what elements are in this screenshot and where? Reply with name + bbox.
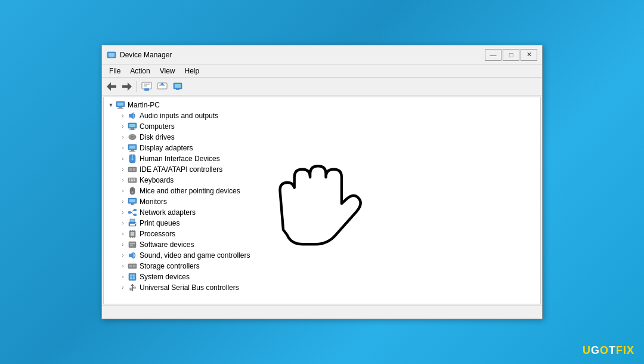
svg-rect-35: [129, 168, 132, 171]
print-icon: [128, 218, 137, 228]
svg-rect-36: [133, 168, 135, 171]
svg-rect-41: [134, 178, 135, 180]
svg-rect-70: [130, 243, 135, 244]
tree-item-software[interactable]: › Software devices: [116, 239, 540, 250]
svg-rect-8: [144, 88, 149, 91]
svg-rect-71: [130, 245, 133, 246]
menu-view[interactable]: View: [155, 66, 180, 76]
computers-icon: [128, 122, 137, 131]
forward-button[interactable]: [120, 79, 134, 94]
svg-line-56: [131, 212, 134, 215]
tree-item-sound[interactable]: › Sound, video and game controllers: [116, 250, 540, 261]
ide-label: IDE ATA/ATAPI controllers: [140, 165, 222, 174]
update-driver-button[interactable]: [155, 79, 169, 94]
minimize-button[interactable]: —: [485, 49, 501, 61]
tree-item-keyboards[interactable]: › Keyboards: [116, 175, 540, 186]
svg-rect-1: [109, 53, 114, 57]
expand-arrow-root: ▼: [106, 100, 116, 110]
tree-item-computers[interactable]: › Computers: [116, 121, 540, 132]
toolbar: [102, 78, 542, 95]
tree-item-usb[interactable]: › Universal Serial Bus controllers: [116, 282, 540, 293]
device-tree: ▼ Martin-PC ›: [104, 100, 540, 293]
usb-label: Universal Serial Bus controllers: [140, 283, 239, 292]
tree-item-proc[interactable]: › Processors: [116, 229, 540, 239]
print-label: Print queues: [140, 219, 179, 227]
svg-rect-60: [135, 223, 136, 224]
svg-rect-54: [134, 214, 137, 216]
keyboards-label: Keyboards: [140, 176, 174, 184]
scan-button[interactable]: [171, 79, 185, 94]
tree-item-system[interactable]: › System devices: [116, 272, 540, 282]
expand-arrow-proc: ›: [118, 229, 128, 239]
tree-item-hid[interactable]: › Human Interface Devices: [116, 153, 540, 164]
audio-icon: [128, 111, 137, 121]
svg-rect-28: [129, 146, 135, 149]
tree-root-item[interactable]: ▼ Martin-PC: [104, 100, 540, 110]
tree-item-monitors[interactable]: › Monitors: [116, 196, 540, 207]
svg-rect-21: [129, 124, 135, 127]
tree-item-audio[interactable]: › Audio inputs and outputs: [116, 110, 540, 121]
svg-rect-74: [129, 265, 132, 267]
mice-icon: [128, 186, 137, 196]
hid-label: Human Interface Devices: [140, 155, 220, 163]
svg-rect-44: [134, 180, 135, 181]
tree-item-ide[interactable]: › IDE ATA/ATAPI controllers: [116, 164, 540, 175]
network-icon: [128, 208, 137, 217]
svg-rect-14: [176, 89, 179, 90]
storage-label: Storage controllers: [140, 262, 200, 270]
audio-label: Audio inputs and outputs: [140, 112, 218, 120]
tree-item-storage[interactable]: › Storage controllers: [116, 261, 540, 272]
root-label: Martin-PC: [128, 101, 160, 109]
svg-rect-50: [131, 203, 134, 205]
svg-rect-29: [131, 150, 134, 151]
tree-item-disk[interactable]: › Disk drives: [116, 132, 540, 143]
expand-arrow-display: ›: [118, 143, 128, 153]
svg-rect-19: [129, 114, 131, 118]
svg-rect-59: [130, 224, 135, 226]
svg-rect-52: [128, 211, 131, 214]
tree-item-display[interactable]: › Display adapters: [116, 143, 540, 153]
expand-arrow-computers: ›: [118, 122, 128, 131]
expand-arrow-disk: ›: [118, 132, 128, 142]
properties-button[interactable]: [140, 79, 154, 94]
back-button[interactable]: [104, 79, 119, 94]
expand-arrow-sound: ›: [118, 251, 128, 260]
status-bar: [102, 306, 542, 319]
proc-label: Processors: [140, 230, 175, 238]
svg-rect-17: [119, 107, 122, 108]
svg-rect-62: [131, 232, 134, 236]
disk-icon: [128, 132, 137, 142]
expand-arrow-software: ›: [118, 240, 128, 249]
menu-file[interactable]: File: [104, 66, 125, 76]
disk-label: Disk drives: [140, 133, 175, 141]
svg-marker-3: [107, 82, 116, 91]
close-button[interactable]: ✕: [521, 49, 537, 61]
system-icon: [128, 272, 137, 282]
svg-rect-58: [130, 219, 135, 222]
display-label: Display adapters: [140, 144, 193, 152]
svg-rect-83: [134, 287, 135, 288]
software-label: Software devices: [140, 240, 194, 249]
watermark: UGOTFIX: [583, 344, 634, 357]
svg-rect-40: [132, 178, 134, 180]
svg-rect-72: [129, 254, 131, 257]
window-icon: [107, 50, 116, 60]
svg-rect-22: [131, 128, 134, 129]
tree-item-mice[interactable]: › Mice and other pointing devices: [116, 186, 540, 196]
svg-rect-16: [117, 103, 123, 106]
tree-item-print[interactable]: › Print queues: [116, 218, 540, 229]
tree-item-network[interactable]: › Network adapters: [116, 207, 540, 218]
system-label: System devices: [140, 273, 190, 281]
title-bar: Device Manager — □ ✕: [102, 45, 542, 64]
proc-icon: [128, 229, 137, 239]
menu-action[interactable]: Action: [125, 66, 154, 76]
device-tree-content: ▼ Martin-PC ›: [103, 97, 541, 304]
svg-point-47: [132, 192, 134, 193]
svg-rect-53: [134, 209, 137, 211]
expand-arrow-print: ›: [118, 218, 128, 228]
maximize-button[interactable]: □: [503, 49, 519, 61]
monitors-label: Monitors: [140, 198, 167, 206]
svg-marker-4: [122, 82, 132, 91]
svg-marker-81: [131, 284, 134, 286]
menu-help[interactable]: Help: [180, 66, 205, 76]
